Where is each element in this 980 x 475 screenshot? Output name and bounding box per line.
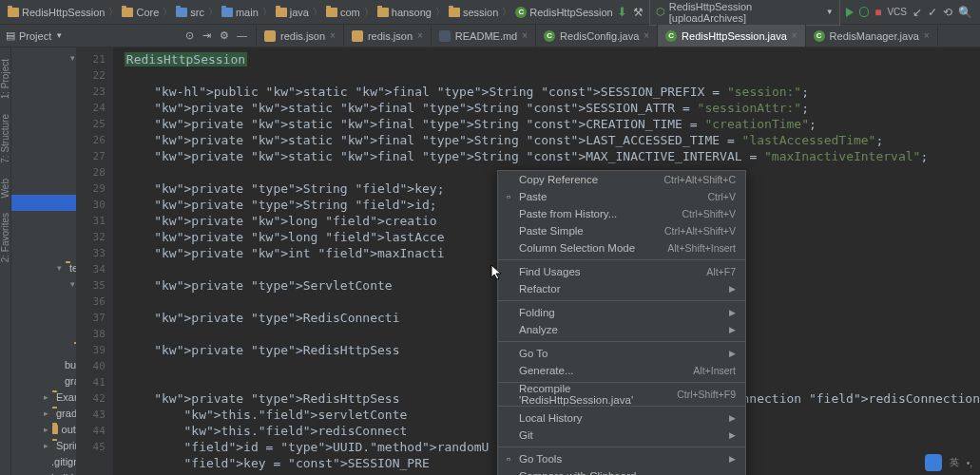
code-line[interactable]: "kw-hl">public "kw">static "kw">final "t… xyxy=(125,84,980,100)
tree-row[interactable]: ▾com.hansong.session xyxy=(11,66,77,82)
vcs-icon[interactable]: VCS xyxy=(887,7,907,17)
breadcrumb-item[interactable]: main xyxy=(221,7,259,18)
chevron-down-icon[interactable]: ▼ xyxy=(55,31,63,40)
search-icon[interactable]: 🔍 xyxy=(958,6,972,19)
close-icon[interactable]: × xyxy=(417,30,423,41)
menu-item[interactable]: Column Selection ModeAlt+Shift+Insert xyxy=(498,239,745,256)
close-icon[interactable]: × xyxy=(644,30,649,41)
tree-row[interactable]: CRedisConnection xyxy=(11,114,77,130)
editor-tab[interactable]: CRedisConfig.java× xyxy=(536,25,658,47)
tree-row[interactable]: build.gradle xyxy=(11,356,76,372)
menu-item[interactable]: Recompile 'RedisHttpSession.java'Ctrl+Sh… xyxy=(498,386,745,403)
tree-row[interactable]: resources xyxy=(11,340,76,356)
tree-row[interactable]: CRedisHttpSession xyxy=(11,195,77,211)
menu-item[interactable]: Copy ReferenceCtrl+Alt+Shift+C xyxy=(498,171,745,188)
tree-row[interactable]: CJsonUtils xyxy=(11,179,77,195)
menu-item[interactable]: Paste from History...Ctrl+Shift+V xyxy=(498,205,745,222)
tree-row[interactable]: CRedisConfig xyxy=(11,98,77,114)
breadcrumb-item[interactable]: com xyxy=(326,7,360,18)
chevron-right-icon: ▶ xyxy=(729,284,736,294)
tree-row[interactable]: ▾utils xyxy=(11,162,77,179)
commit-icon[interactable]: ✓ xyxy=(928,6,937,19)
menu-label: Copy Reference xyxy=(519,174,598,185)
tree-row[interactable]: CSingleRedisConnection xyxy=(11,146,77,162)
menu-item[interactable]: ▫Go Tools▶ xyxy=(498,450,745,467)
tool-window-button[interactable]: Web xyxy=(0,179,10,198)
tree-row[interactable]: CRedisHttpSessionFilter xyxy=(11,211,77,227)
hide-icon[interactable]: — xyxy=(237,29,250,43)
chevron-right-icon: 〉 xyxy=(435,6,445,19)
tree-row[interactable]: .gitignore xyxy=(11,453,76,469)
ime-status[interactable]: 英 xyxy=(950,456,959,469)
download-icon[interactable]: ⬇ xyxy=(617,5,627,19)
close-icon[interactable]: × xyxy=(792,30,797,41)
chevron-right-icon: 〉 xyxy=(364,6,374,19)
assistant-icon[interactable] xyxy=(925,454,942,471)
run-configuration[interactable]: ⬡ RedisHttpSession [uploadArchives] ▼ xyxy=(649,0,840,26)
close-icon[interactable]: × xyxy=(522,30,528,41)
menu-item[interactable]: Folding▶ xyxy=(498,304,745,321)
tree-row[interactable]: CRedisHttpSessionRepository xyxy=(11,243,77,259)
breadcrumb-item[interactable]: session xyxy=(449,7,498,18)
run-icon[interactable] xyxy=(846,8,854,17)
tree-row[interactable]: ▸out xyxy=(11,421,76,437)
menu-item[interactable]: Compare with Clipboard xyxy=(498,467,745,475)
code-line[interactable] xyxy=(125,67,980,84)
breadcrumb-item[interactable]: src xyxy=(176,7,204,18)
menu-item[interactable]: Analyze▶ xyxy=(498,321,745,338)
tree-row[interactable]: CRedisManager xyxy=(11,130,77,146)
scroll-from-icon[interactable]: ⇥ xyxy=(202,29,216,43)
tree-row[interactable]: gradle.properties xyxy=(11,372,76,389)
tree-row[interactable]: ▾test xyxy=(11,259,76,276)
tree-row[interactable]: ▸Example xyxy=(11,389,76,405)
tree-row[interactable]: ▾java xyxy=(11,49,76,66)
stop-icon[interactable]: ■ xyxy=(874,6,881,19)
tool-window-button[interactable]: 1: Project xyxy=(0,59,10,99)
history-icon[interactable]: ⟲ xyxy=(943,6,952,19)
tree-row[interactable]: CRedisConfigTest xyxy=(11,308,77,324)
collapse-icon[interactable]: ⊙ xyxy=(185,29,199,43)
close-icon[interactable]: × xyxy=(924,30,930,41)
update-icon[interactable]: ↙ xyxy=(913,6,922,19)
tree-row[interactable]: ▸Spring-Example xyxy=(11,437,76,453)
breadcrumb-item[interactable]: Core xyxy=(122,7,159,18)
menu-item[interactable]: Git▶ xyxy=(498,427,745,444)
breadcrumb-item[interactable]: hansong xyxy=(377,7,432,18)
breadcrumb-item[interactable]: java xyxy=(276,7,309,18)
debug-icon[interactable] xyxy=(859,7,870,17)
tree-row[interactable]: CRedisHttpSessionProxy xyxy=(11,227,77,243)
tree-row[interactable]: ▸gradle xyxy=(11,405,76,421)
breadcrumb-item[interactable]: CRedisHttpSession xyxy=(515,7,612,18)
code-line[interactable]: "kw">private "kw">static "kw">final "typ… xyxy=(125,100,980,116)
menu-item[interactable]: Paste SimpleCtrl+Alt+Shift+V xyxy=(498,222,745,239)
close-icon[interactable]: × xyxy=(330,30,336,41)
menu-item[interactable]: Generate...Alt+Insert xyxy=(498,362,745,379)
hammer-icon[interactable]: ⚒ xyxy=(633,6,644,19)
menu-item[interactable]: Local History▶ xyxy=(498,409,745,427)
code-line[interactable]: "kw">private "kw">static "kw">final "typ… xyxy=(125,116,980,132)
editor-tab[interactable]: redis.json× xyxy=(344,25,432,47)
gear-icon[interactable]: ⚙ xyxy=(220,29,233,43)
tree-row[interactable]: ▾com.hansong.test xyxy=(11,292,77,308)
punctuation-status[interactable]: •, xyxy=(967,458,972,468)
breadcrumb-item[interactable]: RedisHttpSession xyxy=(8,7,105,18)
menu-item[interactable]: ▫PasteCtrl+V xyxy=(498,188,745,205)
tool-window-button[interactable]: 7: Structure xyxy=(0,114,10,163)
menu-item[interactable]: Find UsagesAlt+F7 xyxy=(498,263,745,280)
menu-item[interactable]: Go To▶ xyxy=(498,345,745,362)
tree-arrow-icon: ▾ xyxy=(70,53,75,63)
editor-tab[interactable]: CRedisManager.java× xyxy=(806,25,938,47)
tree-row[interactable]: build.gradle xyxy=(11,469,76,475)
editor-tab[interactable]: redis.json× xyxy=(257,25,344,47)
code-line[interactable]: "kw">private "kw">static "kw">final "typ… xyxy=(125,132,980,148)
tree-row[interactable]: ▾redis xyxy=(11,82,77,98)
project-tree[interactable]: ▾java▾com.hansong.session▾redisCRedisCon… xyxy=(11,48,77,475)
code-line[interactable]: "kw">private "kw">static "kw">final "typ… xyxy=(125,148,980,164)
tree-row[interactable]: ▾java xyxy=(11,276,76,292)
tab-label: redis.json xyxy=(368,30,413,42)
editor-tab[interactable]: CRedisHttpSession.java× xyxy=(658,25,806,47)
tree-row[interactable]: CRedisHttpSessionTest xyxy=(11,324,77,340)
editor-tab[interactable]: README.md× xyxy=(432,25,536,47)
menu-item[interactable]: Refactor▶ xyxy=(498,280,745,297)
tool-window-button[interactable]: 2: Favorites xyxy=(0,213,10,262)
